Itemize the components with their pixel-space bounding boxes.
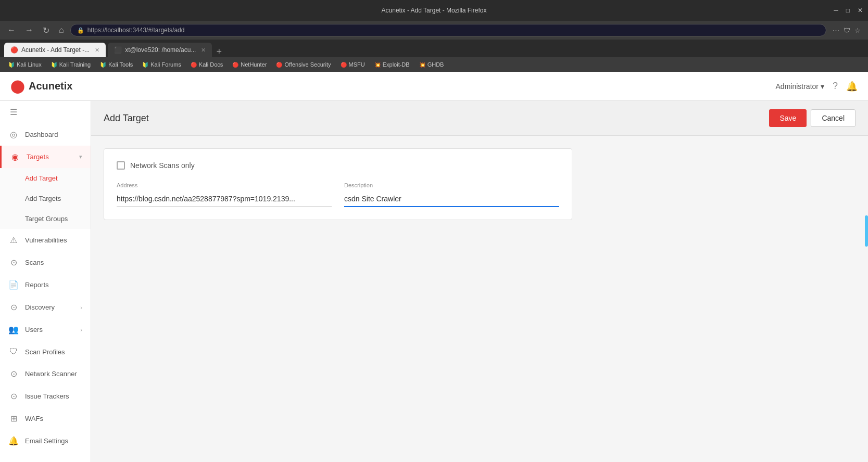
bookmark-exploit-db[interactable]: 💥Exploit-DB xyxy=(370,60,414,69)
scans-label: Scans xyxy=(25,259,44,266)
shield-icon: 🛡 xyxy=(844,27,850,34)
reports-label: Reports xyxy=(25,281,49,289)
reload-button[interactable]: ↻ xyxy=(40,23,53,37)
email-settings-icon: 🔔 xyxy=(8,436,19,446)
app-container: ⬤ Acunetix Administrator ▾ ? 🔔 ☰ ◎ Dashb… xyxy=(0,72,868,462)
description-field: Description xyxy=(344,182,559,207)
issue-trackers-label: Issue Trackers xyxy=(25,392,69,400)
tab-favicon: 🔴 xyxy=(10,46,18,54)
sidebar-item-scan-profiles[interactable]: 🛡 Scan Profiles xyxy=(0,341,91,363)
back-button[interactable]: ← xyxy=(4,23,19,37)
browser-titlebar: Acunetix - Add Target - Mozilla Firefox … xyxy=(0,0,868,21)
sidebar-item-network-scanner[interactable]: ⊙ Network Scanner xyxy=(0,363,91,385)
logo-icon: ⬤ xyxy=(10,79,24,94)
minimize-btn[interactable]: ─ xyxy=(834,7,838,14)
network-scans-only-checkbox[interactable] xyxy=(117,161,125,170)
bookmark-kali-docs[interactable]: 🔴Kali Docs xyxy=(186,60,227,69)
users-chevron-icon: › xyxy=(80,327,82,333)
new-tab-button[interactable]: + xyxy=(212,46,226,57)
sidebar-item-discovery[interactable]: ⊙ Discovery › xyxy=(0,296,91,318)
hamburger-icon: ☰ xyxy=(8,107,19,117)
bookmark-kali-linux[interactable]: 🔰Kali Linux xyxy=(4,60,46,69)
second-tab[interactable]: ⬛ xt@love520: /home/acu... ✕ xyxy=(108,43,212,57)
maximize-btn[interactable]: □ xyxy=(846,7,850,14)
vulnerabilities-icon: ⚠ xyxy=(8,235,19,245)
address-input[interactable] xyxy=(117,191,332,207)
admin-dropdown[interactable]: Administrator ▾ xyxy=(776,82,824,91)
sidebar-item-users[interactable]: 👥 Users › xyxy=(0,318,91,341)
address-bar[interactable]: 🔒 https://localhost:3443/#/targets/add xyxy=(70,24,826,36)
bookmarks-bar: 🔰Kali Linux🔰Kali Training🔰Kali Tools🔰Kal… xyxy=(0,57,868,72)
network-scans-only-row[interactable]: Network Scans only xyxy=(117,161,559,170)
sidebar-item-vulnerabilities[interactable]: ⚠ Vulnerabilities xyxy=(0,229,91,251)
description-label: Description xyxy=(344,182,559,188)
tab-close-button[interactable]: ✕ xyxy=(95,47,99,54)
bookmark-favicon-kali-tools: 🔰 xyxy=(100,62,106,68)
scrollbar-indicator[interactable] xyxy=(865,215,868,247)
page-actions: Save Cancel xyxy=(769,109,856,127)
notifications-icon[interactable]: 🔔 xyxy=(846,81,858,92)
bookmark-ghdb[interactable]: 💥GHDB xyxy=(415,60,448,69)
logo-text: Acunetix xyxy=(29,80,72,92)
bookmark-nethunter[interactable]: 🔴NetHunter xyxy=(228,60,271,69)
target-groups-label: Target Groups xyxy=(25,215,68,223)
browser-title: Acunetix - Add Target - Mozilla Firefox xyxy=(382,7,487,14)
sidebar-item-target-groups[interactable]: Target Groups xyxy=(0,209,91,229)
help-icon[interactable]: ? xyxy=(833,81,838,92)
home-button[interactable]: ⌂ xyxy=(56,23,67,37)
page-content: Network Scans only Address Description xyxy=(91,136,868,462)
bookmark-msfu[interactable]: 🔴MSFU xyxy=(336,60,369,69)
bookmark-favicon-exploit-db: 💥 xyxy=(374,62,381,68)
bookmark-favicon-kali-docs: 🔴 xyxy=(191,62,197,68)
sidebar-hamburger[interactable]: ☰ xyxy=(0,101,91,123)
form-fields: Address Description xyxy=(117,182,559,207)
network-scanner-icon: ⊙ xyxy=(8,369,19,379)
bookmark-kali-tools[interactable]: 🔰Kali Tools xyxy=(96,60,137,69)
bookmark-offensive-security[interactable]: 🔴Offensive Security xyxy=(272,60,335,69)
bookmark-kali-training[interactable]: 🔰Kali Training xyxy=(47,60,95,69)
discovery-chevron-icon: › xyxy=(80,304,82,311)
description-input[interactable] xyxy=(344,191,559,207)
targets-submenu: Add Target Add Targets Target Groups xyxy=(0,168,91,229)
page-header: Add Target Save Cancel xyxy=(91,101,868,136)
second-tab-favicon: ⬛ xyxy=(114,46,122,54)
bookmark-favicon-ghdb: 💥 xyxy=(419,62,425,68)
add-target-form: Network Scans only Address Description xyxy=(104,148,572,220)
second-tab-close[interactable]: ✕ xyxy=(201,47,206,54)
sidebar-item-issue-trackers[interactable]: ⊙ Issue Trackers xyxy=(0,385,91,407)
sidebar-item-wafs[interactable]: ⊞ WAFs xyxy=(0,407,91,430)
sidebar-item-scans[interactable]: ⊙ Scans xyxy=(0,251,91,274)
users-icon: 👥 xyxy=(8,325,19,335)
dashboard-label: Dashboard xyxy=(25,131,58,138)
admin-label: Administrator xyxy=(776,82,819,91)
window-controls[interactable]: ─ □ ✕ xyxy=(834,7,863,14)
sidebar-item-targets[interactable]: ◉ Targets ▾ xyxy=(0,146,91,168)
bookmark-favicon-kali-forums: 🔰 xyxy=(142,62,148,68)
content-area: Add Target Save Cancel Network Scans onl… xyxy=(91,101,868,462)
active-tab[interactable]: 🔴 Acunetix - Add Target -... ✕ xyxy=(4,43,106,57)
add-targets-label: Add Targets xyxy=(25,195,61,202)
address-field: Address xyxy=(117,182,332,207)
close-btn[interactable]: ✕ xyxy=(858,7,863,14)
app-header: ⬤ Acunetix Administrator ▾ ? 🔔 xyxy=(0,72,868,101)
bookmark-favicon-offensive-security: 🔴 xyxy=(276,62,282,68)
issue-trackers-icon: ⊙ xyxy=(8,391,19,401)
sidebar: ☰ ◎ Dashboard ◉ Targets ▾ Add Target Add… xyxy=(0,101,91,462)
bookmark-favicon-nethunter: 🔴 xyxy=(232,62,238,68)
sidebar-item-add-targets[interactable]: Add Targets xyxy=(0,188,91,209)
more-options-icon[interactable]: ⋯ xyxy=(833,27,839,34)
sidebar-item-add-target[interactable]: Add Target xyxy=(0,168,91,188)
bookmark-kali-forums[interactable]: 🔰Kali Forums xyxy=(138,60,185,69)
forward-button[interactable]: → xyxy=(22,23,36,37)
cancel-button[interactable]: Cancel xyxy=(811,109,856,127)
star-icon[interactable]: ☆ xyxy=(854,27,861,34)
page-title: Add Target xyxy=(104,113,149,124)
save-button[interactable]: Save xyxy=(769,109,807,127)
admin-chevron-icon: ▾ xyxy=(821,82,824,91)
sidebar-item-dashboard[interactable]: ◎ Dashboard xyxy=(0,123,91,146)
discovery-label: Discovery xyxy=(25,303,55,311)
sidebar-item-email-settings[interactable]: 🔔 Email Settings xyxy=(0,430,91,452)
second-tab-label: xt@love520: /home/acu... xyxy=(125,46,196,54)
scans-icon: ⊙ xyxy=(8,258,19,267)
sidebar-item-reports[interactable]: 📄 Reports xyxy=(0,274,91,296)
